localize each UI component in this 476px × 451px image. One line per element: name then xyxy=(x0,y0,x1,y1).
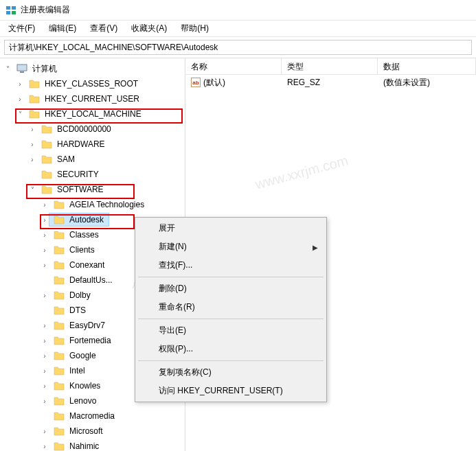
expand-toggle[interactable]: › xyxy=(27,154,37,164)
ctx-separator xyxy=(138,319,324,319)
svg-rect-2 xyxy=(6,11,10,14)
regedit-icon xyxy=(5,5,16,16)
svg-rect-4 xyxy=(17,65,27,71)
expand-toggle[interactable]: › xyxy=(15,79,25,89)
svg-rect-3 xyxy=(12,11,16,14)
svg-rect-5 xyxy=(20,71,24,73)
col-data[interactable]: 数据 xyxy=(378,58,476,74)
list-row[interactable]: ab (默认) REG_SZ (数值未设置) xyxy=(185,75,476,90)
menu-edit[interactable]: 编辑(E) xyxy=(45,21,80,36)
collapse-toggle[interactable]: ˅ xyxy=(27,185,37,194)
expand-toggle[interactable]: › xyxy=(40,336,49,345)
menu-favorites[interactable]: 收藏夹(A) xyxy=(127,21,171,36)
ctx-separator xyxy=(138,277,324,277)
row-data: (数值未设置) xyxy=(378,76,476,90)
expand-toggle[interactable]: › xyxy=(40,200,49,209)
row-type: REG_SZ xyxy=(282,76,378,89)
string-value-icon: ab xyxy=(191,78,201,87)
menu-file[interactable]: 文件(F) xyxy=(4,21,39,36)
tree-bcd[interactable]: › BCD00000000 xyxy=(0,122,185,137)
ctx-expand[interactable]: 展开 xyxy=(137,219,325,238)
svg-rect-0 xyxy=(6,6,10,10)
ctx-delete[interactable]: 删除(D) xyxy=(137,279,325,298)
menu-view[interactable]: 查看(V) xyxy=(86,21,122,36)
tree-ageia[interactable]: › AGEIA Technologies xyxy=(0,197,185,212)
expand-toggle[interactable]: › xyxy=(40,426,49,436)
address-input[interactable] xyxy=(4,40,472,55)
ctx-goto-hkcu[interactable]: 访问 HKEY_CURRENT_USER(T) xyxy=(137,382,325,400)
expand-toggle[interactable]: › xyxy=(40,260,49,270)
ctx-permissions[interactable]: 权限(P)... xyxy=(137,340,325,358)
svg-rect-1 xyxy=(12,6,16,10)
tree-computer[interactable]: ˅ 计算机 xyxy=(0,61,185,76)
expand-toggle[interactable]: › xyxy=(40,381,49,391)
tree-hkcr[interactable]: › HKEY_CLASSES_ROOT xyxy=(0,76,185,91)
expand-toggle[interactable]: › xyxy=(15,94,25,104)
ctx-separator xyxy=(138,360,324,361)
expand-toggle[interactable]: › xyxy=(40,245,49,255)
chevron-right-icon: ▶ xyxy=(313,243,318,251)
expand-toggle[interactable]: › xyxy=(40,215,49,224)
tree-security[interactable]: SECURITY xyxy=(0,167,185,182)
ctx-export[interactable]: 导出(E) xyxy=(137,321,325,340)
title-bar: 注册表编辑器 xyxy=(0,0,476,21)
collapse-toggle[interactable]: ˅ xyxy=(15,109,25,119)
col-name[interactable]: 名称 xyxy=(185,58,282,74)
expand-toggle[interactable]: › xyxy=(27,139,37,149)
menu-bar: 文件(F) 编辑(E) 查看(V) 收藏夹(A) 帮助(H) xyxy=(0,21,476,37)
window-title: 注册表编辑器 xyxy=(21,4,70,16)
expand-toggle[interactable]: › xyxy=(27,124,37,134)
collapse-toggle[interactable]: ˅ xyxy=(3,64,12,73)
ctx-find[interactable]: 查找(F)... xyxy=(137,256,325,275)
tree-software[interactable]: ˅ SOFTWARE xyxy=(0,182,185,197)
ctx-new[interactable]: 新建(N) ▶ xyxy=(137,238,325,256)
ctx-rename[interactable]: 重命名(R) xyxy=(137,298,325,316)
expand-toggle[interactable]: › xyxy=(40,321,49,330)
expand-toggle[interactable]: › xyxy=(40,351,49,360)
tree-hklm[interactable]: ˅ HKEY_LOCAL_MACHINE xyxy=(0,106,185,122)
menu-help[interactable]: 帮助(H) xyxy=(177,21,213,36)
expand-toggle[interactable]: › xyxy=(40,290,49,300)
tree-hardware[interactable]: › HARDWARE xyxy=(0,137,185,152)
col-type[interactable]: 类型 xyxy=(282,58,378,74)
expand-toggle[interactable]: › xyxy=(40,230,49,240)
expand-toggle[interactable]: › xyxy=(40,366,49,375)
tree-nahimic[interactable]: › Nahimic xyxy=(0,439,185,451)
tree-macromedia[interactable]: Macromedia xyxy=(0,408,185,424)
context-menu: 展开 新建(N) ▶ 查找(F)... 删除(D) 重命名(R) 导出(E) 权… xyxy=(135,217,327,402)
expand-toggle[interactable]: › xyxy=(40,396,49,406)
tree-microsoft[interactable]: › Microsoft xyxy=(0,424,185,439)
tree-hkcu[interactable]: › HKEY_CURRENT_USER xyxy=(0,91,185,106)
tree-sam[interactable]: › SAM xyxy=(0,152,185,167)
address-bar xyxy=(0,37,476,58)
row-name: (默认) xyxy=(203,77,225,89)
ctx-copy-key[interactable]: 复制项名称(C) xyxy=(137,363,325,382)
list-header: 名称 类型 数据 xyxy=(185,58,476,75)
expand-toggle[interactable]: › xyxy=(40,441,49,451)
